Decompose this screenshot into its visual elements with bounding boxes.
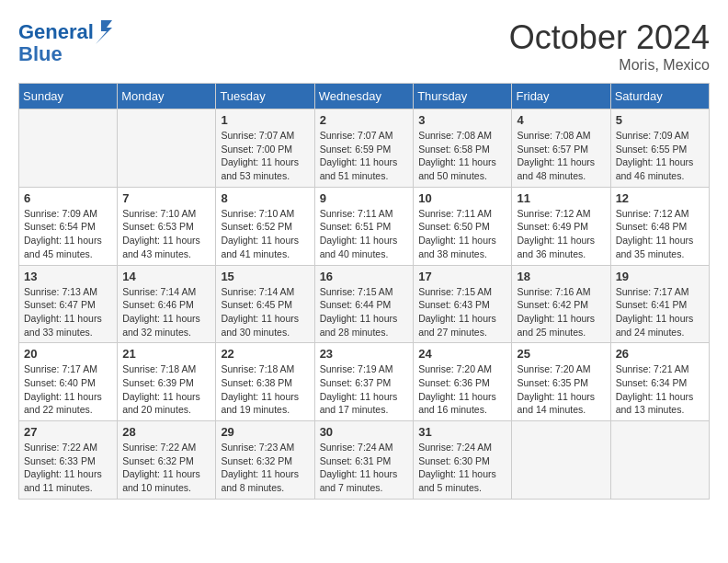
- calendar-cell: 23Sunrise: 7:19 AMSunset: 6:37 PMDayligh…: [314, 343, 414, 421]
- day-number: 15: [221, 270, 309, 283]
- calendar-cell: 5Sunrise: 7:09 AMSunset: 6:55 PMDaylight…: [610, 109, 709, 188]
- svg-marker-0: [96, 20, 112, 44]
- calendar-cell: 17Sunrise: 7:15 AMSunset: 6:43 PMDayligh…: [414, 265, 512, 343]
- calendar-cell: 14Sunrise: 7:14 AMSunset: 6:46 PMDayligh…: [118, 265, 216, 343]
- title-block: October 2024 Moris, Mexico: [509, 18, 710, 74]
- cell-info: Sunrise: 7:16 AMSunset: 6:42 PMDaylight:…: [517, 285, 605, 339]
- day-number: 1: [221, 113, 309, 127]
- calendar-cell: 21Sunrise: 7:18 AMSunset: 6:39 PMDayligh…: [118, 343, 216, 421]
- day-number: 18: [517, 270, 605, 283]
- calendar-cell: 22Sunrise: 7:18 AMSunset: 6:38 PMDayligh…: [216, 343, 314, 421]
- day-number: 16: [320, 270, 409, 283]
- cell-info: Sunrise: 7:23 AMSunset: 6:32 PMDaylight:…: [221, 441, 309, 495]
- cell-info: Sunrise: 7:18 AMSunset: 6:38 PMDaylight:…: [221, 362, 309, 417]
- day-number: 9: [320, 191, 409, 205]
- calendar-cell: 6Sunrise: 7:09 AMSunset: 6:54 PMDaylight…: [19, 187, 118, 265]
- cell-info: Sunrise: 7:17 AMSunset: 6:41 PMDaylight:…: [616, 285, 704, 339]
- cell-info: Sunrise: 7:12 AMSunset: 6:49 PMDaylight:…: [517, 207, 605, 261]
- calendar-cell: 30Sunrise: 7:24 AMSunset: 6:31 PMDayligh…: [314, 421, 414, 500]
- day-number: 21: [122, 347, 210, 361]
- calendar-cell: 12Sunrise: 7:12 AMSunset: 6:48 PMDayligh…: [610, 187, 709, 265]
- day-number: 2: [320, 113, 409, 127]
- calendar-week-row: 13Sunrise: 7:13 AMSunset: 6:47 PMDayligh…: [19, 265, 710, 343]
- cell-info: Sunrise: 7:13 AMSunset: 6:47 PMDaylight:…: [24, 285, 112, 339]
- cell-info: Sunrise: 7:09 AMSunset: 6:54 PMDaylight:…: [24, 207, 112, 261]
- col-header-tuesday: Tuesday: [216, 84, 314, 109]
- calendar-cell: [19, 109, 118, 188]
- cell-info: Sunrise: 7:14 AMSunset: 6:45 PMDaylight:…: [221, 285, 309, 339]
- calendar-cell: 13Sunrise: 7:13 AMSunset: 6:47 PMDayligh…: [19, 265, 118, 343]
- calendar-cell: [610, 421, 709, 500]
- cell-info: Sunrise: 7:18 AMSunset: 6:39 PMDaylight:…: [122, 362, 210, 417]
- day-number: 8: [221, 191, 309, 205]
- calendar-week-row: 27Sunrise: 7:22 AMSunset: 6:33 PMDayligh…: [19, 421, 710, 500]
- calendar-week-row: 20Sunrise: 7:17 AMSunset: 6:40 PMDayligh…: [19, 343, 710, 421]
- calendar-cell: 26Sunrise: 7:21 AMSunset: 6:34 PMDayligh…: [610, 343, 709, 421]
- day-number: 29: [221, 425, 309, 439]
- calendar-cell: 29Sunrise: 7:23 AMSunset: 6:32 PMDayligh…: [216, 421, 314, 500]
- calendar-table: SundayMondayTuesdayWednesdayThursdayFrid…: [18, 83, 710, 500]
- month-title: October 2024: [509, 18, 710, 57]
- calendar-cell: 10Sunrise: 7:11 AMSunset: 6:50 PMDayligh…: [414, 187, 512, 265]
- col-header-friday: Friday: [512, 84, 610, 109]
- cell-info: Sunrise: 7:15 AMSunset: 6:44 PMDaylight:…: [320, 285, 409, 339]
- day-number: 3: [418, 113, 506, 127]
- cell-info: Sunrise: 7:08 AMSunset: 6:57 PMDaylight:…: [517, 129, 605, 183]
- calendar-cell: 20Sunrise: 7:17 AMSunset: 6:40 PMDayligh…: [19, 343, 118, 421]
- cell-info: Sunrise: 7:24 AMSunset: 6:30 PMDaylight:…: [418, 441, 506, 495]
- cell-info: Sunrise: 7:20 AMSunset: 6:36 PMDaylight:…: [418, 362, 506, 417]
- cell-info: Sunrise: 7:09 AMSunset: 6:55 PMDaylight:…: [616, 129, 704, 183]
- calendar-cell: 9Sunrise: 7:11 AMSunset: 6:51 PMDaylight…: [314, 187, 414, 265]
- day-number: 4: [517, 113, 605, 127]
- day-number: 7: [122, 191, 210, 205]
- calendar-cell: 15Sunrise: 7:14 AMSunset: 6:45 PMDayligh…: [216, 265, 314, 343]
- page-header: General Blue October 2024 Moris, Mexico: [18, 18, 710, 74]
- cell-info: Sunrise: 7:11 AMSunset: 6:50 PMDaylight:…: [418, 207, 506, 261]
- calendar-cell: 24Sunrise: 7:20 AMSunset: 6:36 PMDayligh…: [414, 343, 512, 421]
- cell-info: Sunrise: 7:19 AMSunset: 6:37 PMDaylight:…: [320, 362, 409, 417]
- calendar-cell: 25Sunrise: 7:20 AMSunset: 6:35 PMDayligh…: [512, 343, 610, 421]
- day-number: 26: [616, 347, 704, 361]
- cell-info: Sunrise: 7:07 AMSunset: 7:00 PMDaylight:…: [221, 129, 309, 183]
- logo-blue: Blue: [18, 42, 63, 66]
- day-number: 13: [24, 270, 112, 283]
- col-header-sunday: Sunday: [19, 84, 118, 109]
- logo-text: General: [18, 21, 94, 43]
- col-header-monday: Monday: [118, 84, 216, 109]
- cell-info: Sunrise: 7:14 AMSunset: 6:46 PMDaylight:…: [122, 285, 210, 339]
- day-number: 27: [24, 425, 112, 439]
- logo-icon: [94, 18, 114, 46]
- day-number: 22: [221, 347, 309, 361]
- calendar-cell: 27Sunrise: 7:22 AMSunset: 6:33 PMDayligh…: [19, 421, 118, 500]
- day-number: 25: [517, 347, 605, 361]
- cell-info: Sunrise: 7:24 AMSunset: 6:31 PMDaylight:…: [320, 441, 409, 495]
- location: Moris, Mexico: [509, 57, 710, 74]
- calendar-cell: 19Sunrise: 7:17 AMSunset: 6:41 PMDayligh…: [610, 265, 709, 343]
- cell-info: Sunrise: 7:10 AMSunset: 6:52 PMDaylight:…: [221, 207, 309, 261]
- day-number: 17: [418, 270, 506, 283]
- cell-info: Sunrise: 7:07 AMSunset: 6:59 PMDaylight:…: [320, 129, 409, 183]
- calendar-cell: 8Sunrise: 7:10 AMSunset: 6:52 PMDaylight…: [216, 187, 314, 265]
- calendar-cell: 18Sunrise: 7:16 AMSunset: 6:42 PMDayligh…: [512, 265, 610, 343]
- calendar-week-row: 1Sunrise: 7:07 AMSunset: 7:00 PMDaylight…: [19, 109, 710, 188]
- day-number: 20: [24, 347, 112, 361]
- cell-info: Sunrise: 7:22 AMSunset: 6:33 PMDaylight:…: [24, 441, 112, 495]
- cell-info: Sunrise: 7:10 AMSunset: 6:53 PMDaylight:…: [122, 207, 210, 261]
- day-number: 5: [616, 113, 704, 127]
- cell-info: Sunrise: 7:15 AMSunset: 6:43 PMDaylight:…: [418, 285, 506, 339]
- calendar-cell: 2Sunrise: 7:07 AMSunset: 6:59 PMDaylight…: [314, 109, 414, 188]
- calendar-cell: 16Sunrise: 7:15 AMSunset: 6:44 PMDayligh…: [314, 265, 414, 343]
- cell-info: Sunrise: 7:21 AMSunset: 6:34 PMDaylight:…: [616, 362, 704, 417]
- cell-info: Sunrise: 7:08 AMSunset: 6:58 PMDaylight:…: [418, 129, 506, 183]
- calendar-cell: 28Sunrise: 7:22 AMSunset: 6:32 PMDayligh…: [118, 421, 216, 500]
- calendar-cell: [512, 421, 610, 500]
- col-header-wednesday: Wednesday: [314, 84, 414, 109]
- cell-info: Sunrise: 7:17 AMSunset: 6:40 PMDaylight:…: [24, 362, 112, 417]
- col-header-thursday: Thursday: [414, 84, 512, 109]
- day-number: 11: [517, 191, 605, 205]
- cell-info: Sunrise: 7:12 AMSunset: 6:48 PMDaylight:…: [616, 207, 704, 261]
- calendar-cell: 4Sunrise: 7:08 AMSunset: 6:57 PMDaylight…: [512, 109, 610, 188]
- calendar-cell: 1Sunrise: 7:07 AMSunset: 7:00 PMDaylight…: [216, 109, 314, 188]
- day-number: 6: [24, 191, 112, 205]
- calendar-cell: 31Sunrise: 7:24 AMSunset: 6:30 PMDayligh…: [414, 421, 512, 500]
